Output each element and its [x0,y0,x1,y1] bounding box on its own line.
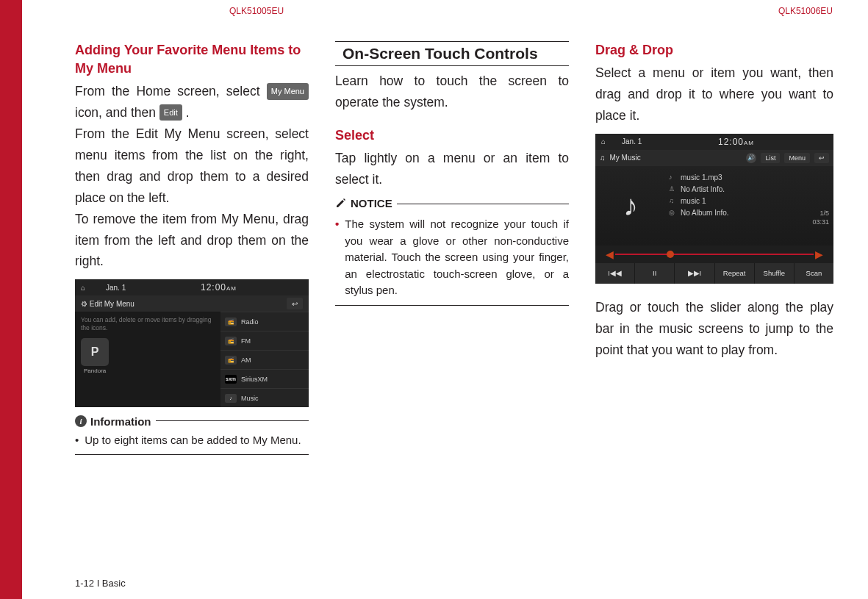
bullet-icon: • [335,216,339,299]
progress-knob[interactable] [667,251,674,258]
radio-icon: 📻 [225,318,237,326]
list-item[interactable]: sxmSiriusXM [220,369,309,388]
heading-select: Select [335,126,569,145]
player-controls: I◀◀ II ▶▶I Repeat Shuffle Scan [595,263,833,284]
scan-button[interactable]: Scan [795,263,833,284]
arrow-right-icon: ▶ [814,248,825,260]
elapsed-time: 03:31 [804,218,829,227]
page-content: QLK51005EU QLK51006EU Adding Your Favori… [22,0,868,599]
col2-sub-para: Tap lightly on a menu or an item to sele… [335,148,569,190]
artist-icon: ♙ [669,185,676,193]
edit-my-menu-screenshot: ⌂ Jan. 1 12:00AM ⚙ Edit My Menu ↩ You ca… [75,279,309,407]
shot1-title: ⚙ Edit My Menu [81,300,134,308]
column-3: Drag & Drop Select a menu or item you wa… [595,41,833,455]
sxm-icon: sxm [225,375,237,384]
page-code-right: QLK51006EU [347,6,853,16]
home-icon[interactable]: ⌂ [601,137,606,146]
back-icon[interactable]: ↩ [287,298,303,309]
pandora-tile[interactable]: P [81,338,109,366]
list-item[interactable]: 📻AM [220,350,309,369]
progress-bar-row: ◀ ▶ [595,245,833,263]
list-button[interactable]: List [761,153,780,163]
section-title-touch-controls: On-Screen Touch Controls [335,41,569,66]
album-art: ♪ [595,166,666,245]
music-source-icon: ♫ [600,154,606,162]
left-red-bar [0,0,22,599]
track-count: 1/5 [804,209,829,218]
col1-para1: From the Home screen, select My Menu ico… [75,81,309,123]
shot1-status-bar: ⌂ Jan. 1 12:00AM [75,279,309,295]
heading-adding-favorite: Adding Your Favorite Menu Items to My Me… [75,41,309,78]
pencil-icon [335,197,347,209]
page-code-left: QLK51005EU [75,6,347,16]
shot1-source-list: 📻Radio 📻FM 📻AM sxmSiriusXM ♪Music [220,312,309,407]
file-icon: ♪ [669,173,676,181]
col1-para2: From the Edit My Menu screen, select men… [75,123,309,209]
information-header: i Information [75,415,156,428]
track-metadata: ♪music 1.mp3 ♙No Artist Info. ♫music 1 ◎… [666,166,804,245]
sound-icon[interactable]: 🔊 [746,153,756,163]
shuffle-button[interactable]: Shuffle [755,263,795,284]
col1-para3: To remove the item from My Menu, drag it… [75,209,309,273]
col1-para1a: From the Home screen, select [75,84,267,98]
repeat-button[interactable]: Repeat [715,263,755,284]
col3-para1: Select a menu or item you want, then dra… [595,62,833,126]
am-icon: 📻 [225,356,237,365]
page-codes: QLK51005EU QLK51006EU [75,6,853,16]
col3-para2: Drag or touch the slider along the play … [595,297,833,361]
col1-para1b: icon, and then [75,105,159,120]
heading-drag-drop: Drag & Drop [595,41,833,60]
shot1-date: Jan. 1 [106,284,126,292]
column-2: On-Screen Touch Controls Learn how to to… [335,41,569,455]
music-icon: ♪ [225,394,237,403]
shot1-time: 12:00AM [201,282,237,293]
notice-bullet: • The system will not recognize your tou… [335,216,569,299]
pandora-label: Pandora [84,367,215,374]
progress-track[interactable] [615,254,814,255]
menu-button[interactable]: Menu [784,153,810,163]
shot2-time: 12:00AM [718,137,754,147]
arrow-left-icon: ◀ [604,248,615,260]
shot1-drop-area[interactable]: You can add, delete or move items by dra… [75,312,220,407]
gear-icon: ⚙ [81,300,87,308]
home-icon[interactable]: ⌂ [81,284,90,292]
shot2-source: My Music [610,154,641,162]
shot1-title-bar: ⚙ Edit My Menu ↩ [75,295,309,312]
notice-block: NOTICE • The system will not recognize y… [335,204,569,306]
album-icon: ◎ [669,209,676,216]
col2-para1: Learn how to touch the screen to operate… [335,71,569,113]
col1-para1c: . [182,105,190,120]
shot2-status-bar: ⌂ Jan. 1 12:00AM [595,134,833,150]
track-numbers: 1/5 03:31 [804,166,833,245]
my-menu-button-tag: My Menu [267,83,309,99]
title-icon: ♫ [669,197,676,204]
shot2-source-bar: ♫ My Music 🔊 List Menu ↩ [595,150,833,166]
info-icon: i [75,415,87,427]
fm-icon: 📻 [225,337,237,345]
pause-button[interactable]: II [635,263,675,284]
back-icon[interactable]: ↩ [814,153,829,163]
next-button[interactable]: ▶▶I [675,263,714,284]
notice-header: NOTICE [335,197,397,209]
list-item[interactable]: 📻FM [220,331,309,350]
shot2-date: Jan. 1 [622,137,642,146]
column-1: Adding Your Favorite Menu Items to My Me… [75,41,309,455]
page-footer: 1-12 I Basic [75,578,126,589]
shot1-hint: You can add, delete or move items by dra… [81,316,215,332]
information-block: i Information • Up to eight items can be… [75,420,309,455]
list-item[interactable]: ♪Music [220,388,309,407]
music-player-screenshot: ⌂ Jan. 1 12:00AM ♫ My Music 🔊 List Menu … [595,134,833,284]
edit-button-tag: Edit [159,104,182,121]
info-bullet: • Up to eight items can be added to My M… [75,432,309,449]
list-item[interactable]: 📻Radio [220,312,309,331]
bullet-icon: • [75,432,79,449]
prev-button[interactable]: I◀◀ [595,263,635,284]
